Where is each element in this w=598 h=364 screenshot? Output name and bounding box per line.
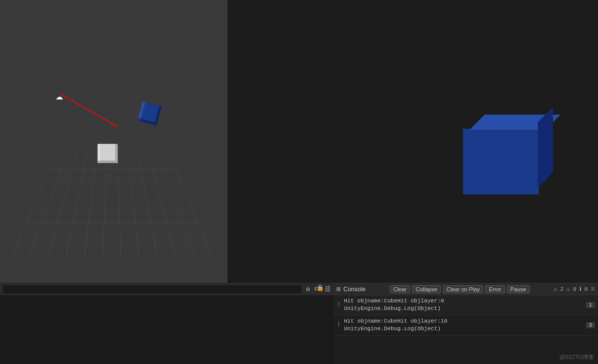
warning-badge-count: 0 [573, 286, 576, 292]
console-message-1[interactable]: ! Hit objname:CubeHit objlayer:0 UnityEn… [334, 295, 598, 316]
clear-on-play-button[interactable]: Clear on Play [443, 285, 483, 293]
console-header: ▤ Console Clear Collapse Clear on Play E… [334, 283, 598, 295]
message-line1-1: Hit objname:CubeHit objlayer:0 [344, 297, 583, 305]
console-messages: ! Hit objname:CubeHit objlayer:0 UnityEn… [334, 295, 598, 364]
lock-icon: 🔒 [316, 284, 324, 292]
console-right-icons: ⚠ 2 ⚠ 0 ℹ 0 ≡ [554, 285, 595, 293]
info-badge-count: 0 [584, 286, 588, 292]
blue-cube-large [463, 129, 539, 194]
scene-grid [10, 149, 217, 259]
bottom-toolbar: ⚙ 🏷 ☰ [0, 283, 334, 295]
pause-button[interactable]: Pause [507, 285, 530, 293]
console-panel: ▤ Console Clear Collapse Clear on Play E… [334, 283, 598, 364]
blue-cube-small [137, 101, 162, 126]
message-text-1: Hit objname:CubeHit objlayer:0 UnityEngi… [344, 297, 583, 313]
error-badge-icon: ⚠ [554, 286, 558, 292]
info-badge-icon: ℹ [579, 286, 581, 292]
game-view: CAMERA RAY [227, 0, 598, 283]
message-line1-2: Hit objname:CubeHit objlayer:10 [344, 318, 583, 325]
ray-line [61, 93, 118, 127]
console-title-area: ▤ Console [337, 285, 365, 293]
warning-badge-icon: ⚠ [567, 286, 570, 292]
message-line2-2: UnityEngine.Debug.Log(Object) [344, 325, 583, 333]
search-input[interactable] [3, 285, 302, 293]
console-title: Console [343, 286, 365, 293]
console-icon: ▤ [337, 285, 340, 293]
message-count-2: 3 [586, 322, 595, 328]
message-line2-1: UnityEngine.Debug.Log(Object) [344, 305, 583, 313]
message-error-icon-1: ! [337, 301, 341, 309]
filter-icon[interactable]: ⚙ [306, 285, 310, 293]
message-count-1: 1 [586, 302, 595, 308]
clear-button[interactable]: Clear [390, 285, 410, 293]
watermark: @51CTO博客 [560, 353, 594, 361]
console-message-2[interactable]: ! Hit objname:CubeHit objlayer:10 UnityE… [334, 316, 598, 336]
scene-view: ☁ [0, 0, 227, 283]
error-badge-count: 2 [560, 286, 564, 292]
collapse-button[interactable]: Collapse [412, 285, 441, 293]
console-menu-icon[interactable]: ≡ [591, 285, 595, 293]
white-cube-small [98, 144, 118, 163]
message-error-icon-2: ! [337, 321, 341, 329]
message-text-2: Hit objname:CubeHit objlayer:10 UnityEng… [344, 318, 583, 333]
cloud-icon: ☁ [56, 88, 63, 103]
error-button[interactable]: Error [485, 285, 504, 293]
console-buttons: Clear Collapse Clear on Play Error Pause [390, 285, 530, 293]
